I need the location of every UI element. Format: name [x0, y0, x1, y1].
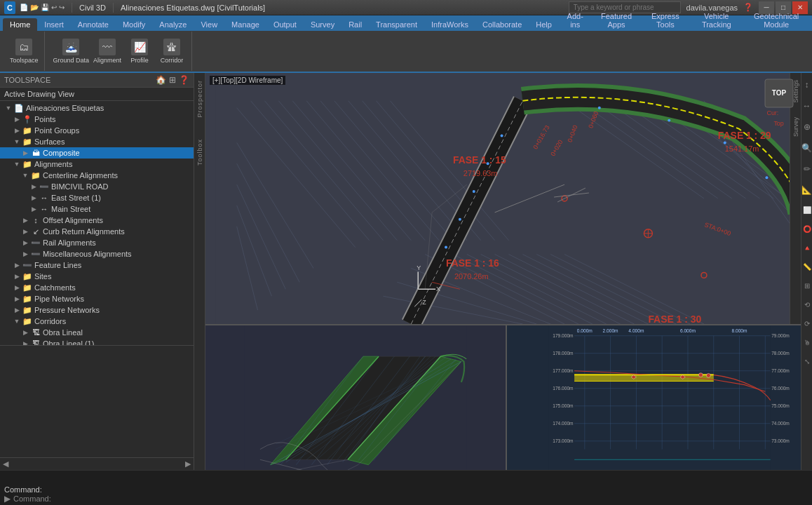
quick-access-undo[interactable]: ↩	[51, 4, 57, 11]
tree-item-offset[interactable]: ▶ ↕ Offset Alignments	[0, 215, 194, 226]
tree-item-rail[interactable]: ▶ ➖ Rail Alignments	[0, 237, 194, 248]
tree-item-misc[interactable]: ▶ ➖ Miscellaneous Alignments	[0, 248, 194, 260]
pressure-expand[interactable]: ▶	[13, 306, 21, 314]
create-alignment-btn[interactable]: 〰 Alignment	[93, 39, 121, 64]
create-ground-data-btn[interactable]: 🗻 Ground Data	[53, 39, 90, 64]
centerline-expand[interactable]: ▼	[21, 171, 29, 180]
toolbox-right-icon-11[interactable]: ⊞	[804, 282, 810, 290]
create-profile-btn[interactable]: 📈 Profile	[126, 39, 154, 64]
quick-access-open[interactable]: 📂	[30, 4, 39, 11]
tree-item-main-street[interactable]: ▶ ↔ Main Street	[0, 203, 194, 215]
toolbox-right-icon-2[interactable]: ↔	[803, 101, 811, 111]
obra-expand[interactable]: ▶	[21, 328, 29, 337]
toolbox-right-icon-14[interactable]: 🖱	[804, 339, 811, 346]
tree-item-pipe-networks[interactable]: ▶ 📁 Pipe Networks	[0, 293, 194, 304]
quick-access-save[interactable]: 💾	[41, 4, 49, 11]
tree-item-sites[interactable]: ▶ 📁 Sites	[0, 271, 194, 282]
tab-view[interactable]: View	[194, 18, 224, 31]
points-expand[interactable]: ▶	[13, 115, 21, 123]
tree-area[interactable]: ▼ 📄 Alineaciones Etiquetas ▶ 📍 Points ▶ …	[0, 101, 194, 345]
pipe-expand[interactable]: ▶	[13, 295, 21, 303]
tree-item-obra-lineal[interactable]: ▶ 🏗 Obra Lineal	[0, 327, 194, 338]
toolbox-right-icon-15[interactable]: ⤡	[804, 358, 810, 365]
tree-item-curb[interactable]: ▶ ↙ Curb Return Alignments	[0, 226, 194, 237]
tab-insert[interactable]: Insert	[37, 18, 71, 31]
toolspace-ribbon-btn[interactable]: 🗂 Toolspace	[10, 39, 39, 64]
viewport-3d[interactable]	[205, 325, 507, 470]
tab-survey[interactable]: Survey	[304, 18, 341, 31]
offset-expand[interactable]: ▶	[21, 216, 29, 224]
tab-annotate[interactable]: Annotate	[71, 18, 116, 31]
east-street-expand[interactable]: ▶	[29, 194, 38, 202]
tree-item-surfaces[interactable]: ▼ 📁 Surfaces	[0, 136, 194, 147]
bimcivil-expand[interactable]: ▶	[29, 182, 38, 191]
toolbox-right-icon-4[interactable]: 🔍	[801, 143, 812, 153]
toolbox-strip-label[interactable]: Toolbox	[196, 139, 203, 166]
toolbox-right-icon-7[interactable]: ⬜	[803, 206, 811, 214]
corridors-expand[interactable]: ▼	[13, 317, 21, 325]
tree-item-feature-lines[interactable]: ▶ ➖ Feature Lines	[0, 260, 194, 271]
tab-output[interactable]: Output	[266, 18, 304, 31]
command-input[interactable]	[54, 494, 808, 503]
obra1-expand[interactable]: ▶	[21, 339, 29, 345]
tree-item-centerline[interactable]: ▼ 📁 Centerline Alignments	[0, 170, 194, 181]
tab-home[interactable]: Home	[3, 18, 37, 31]
nav-cube[interactable]: TOP	[762, 76, 797, 111]
tree-item-alignments[interactable]: ▼ 📁 Alignments	[0, 159, 194, 170]
tree-item-point-groups[interactable]: ▶ 📁 Point Groups	[0, 125, 194, 136]
tree-item-bimcivil[interactable]: ▶ ➖ BIMCIVIL ROAD	[0, 181, 194, 192]
prospector-strip-label[interactable]: Prospector	[196, 80, 203, 118]
tree-item-catchments[interactable]: ▶ 📁 Catchments	[0, 282, 194, 293]
toolbox-right-icon-3[interactable]: ⊕	[804, 122, 811, 132]
tab-infraworks[interactable]: InfraWorks	[424, 18, 475, 31]
viewport-profile[interactable]: 0.000m 2.000m 4.000m 6.000m 8.000m 179.0…	[507, 325, 812, 470]
toolbox-right-icon-13[interactable]: ⟳	[804, 320, 810, 328]
tab-featured[interactable]: Featured Apps	[591, 10, 641, 31]
tree-item-obra-lineal-1[interactable]: ▶ 🏗 Obra Lineal (1)	[0, 338, 194, 345]
quick-access-redo[interactable]: ↪	[59, 4, 65, 11]
scroll-right-icon[interactable]: ▶	[185, 459, 191, 469]
point-groups-expand[interactable]: ▶	[13, 126, 21, 135]
root-expand-icon[interactable]: ▼	[4, 104, 13, 112]
survey-strip-label[interactable]: Survey	[792, 117, 799, 137]
scroll-left-icon[interactable]: ◀	[3, 459, 8, 469]
misc-expand[interactable]: ▶	[21, 250, 29, 258]
toolbox-right-icon-6[interactable]: 📐	[801, 185, 812, 195]
tab-geo[interactable]: Geotechnical Module	[743, 10, 809, 31]
rail-expand[interactable]: ▶	[21, 238, 29, 247]
tab-analyze[interactable]: Analyze	[152, 18, 194, 31]
tab-vehicle[interactable]: Vehicle Tracking	[689, 10, 743, 31]
tree-item-corridors[interactable]: ▼ 📁 Corridors	[0, 316, 194, 327]
quick-access-new[interactable]: 📄	[20, 4, 28, 11]
toolbox-right-icon-8[interactable]: ⭕	[803, 225, 811, 233]
feature-expand[interactable]: ▶	[13, 261, 21, 269]
toolbox-right-icon-9[interactable]: 🔺	[803, 244, 811, 252]
tree-root[interactable]: ▼ 📄 Alineaciones Etiquetas	[0, 102, 194, 114]
viewport-top[interactable]: [+][Top][2D Wireframe] Settings Survey T…	[205, 73, 812, 325]
toolspace-grid-icon[interactable]: ⊞	[169, 75, 176, 85]
tree-item-points[interactable]: ▶ 📍 Points	[0, 114, 194, 125]
composite-expand[interactable]: ▶	[21, 149, 29, 157]
curb-expand[interactable]: ▶	[21, 227, 29, 236]
toolspace-home-icon[interactable]: 🏠	[156, 75, 166, 85]
toolbox-right-icon-12[interactable]: ⟲	[804, 301, 810, 309]
toolbox-right-icon-10[interactable]: 📏	[803, 263, 811, 271]
surfaces-expand[interactable]: ▼	[13, 137, 21, 146]
tree-item-east-street[interactable]: ▶ ↔ East Street (1)	[0, 192, 194, 203]
alignments-expand[interactable]: ▼	[13, 160, 21, 168]
tree-item-pressure[interactable]: ▶ 📁 Pressure Networks	[0, 304, 194, 316]
toolbox-right-icon-5[interactable]: ✏	[804, 164, 811, 174]
tab-addins[interactable]: Add-ins	[559, 10, 592, 31]
catchments-expand[interactable]: ▶	[13, 283, 21, 292]
tab-express[interactable]: Express Tools	[642, 10, 690, 31]
tab-collaborate[interactable]: Collaborate	[475, 18, 529, 31]
tab-modify[interactable]: Modify	[116, 18, 152, 31]
tab-rail[interactable]: Rail	[341, 18, 369, 31]
sites-expand[interactable]: ▶	[13, 272, 21, 281]
tab-manage[interactable]: Manage	[224, 18, 266, 31]
main-street-expand[interactable]: ▶	[29, 205, 38, 213]
create-corridor-btn[interactable]: 🛣 Corridor	[158, 39, 186, 64]
tab-help[interactable]: Help	[529, 18, 559, 31]
tab-transparent[interactable]: Transparent	[369, 18, 424, 31]
toolbox-right-icon-1[interactable]: ↕	[805, 80, 809, 90]
